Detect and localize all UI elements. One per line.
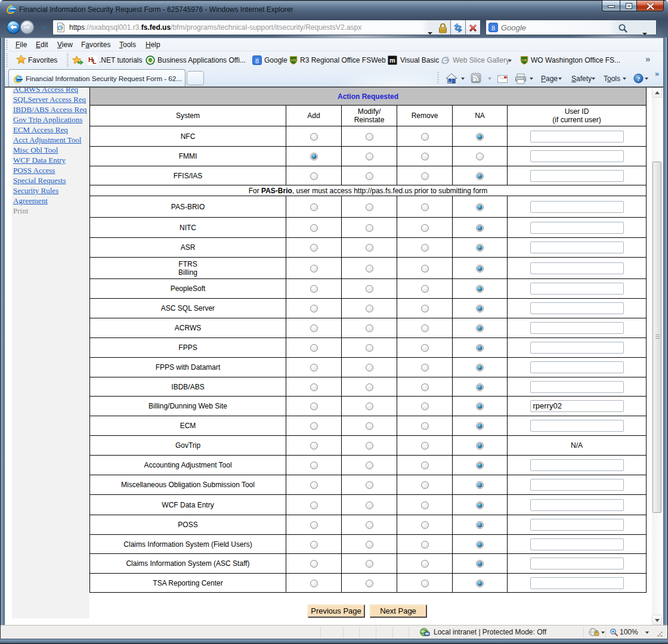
svg-text:L: L <box>92 58 97 65</box>
svg-text:?: ? <box>637 75 641 82</box>
svg-text:US: US <box>291 58 296 62</box>
svg-text:US: US <box>522 58 527 62</box>
svg-text:8: 8 <box>255 57 259 65</box>
svg-text:US: US <box>148 59 153 63</box>
svg-text:8: 8 <box>491 24 495 32</box>
svg-text:m: m <box>389 57 395 64</box>
